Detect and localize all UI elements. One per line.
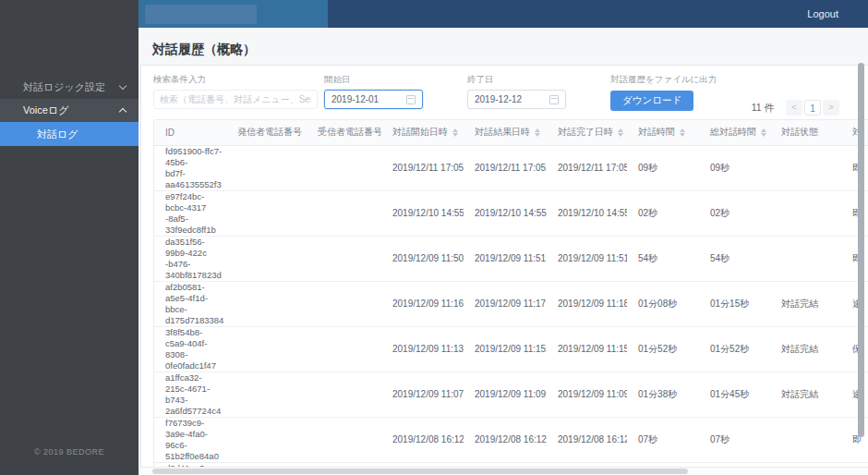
cell-complete: 2019/12/10 14:55:30	[547, 190, 627, 236]
column-header-6[interactable]: 対話時間	[627, 120, 699, 145]
table-row[interactable]: 3f8f54b8-c5a9-404f- 8308-0fe0fadc1f47201…	[154, 326, 868, 371]
chevron-up-icon	[119, 108, 127, 116]
end-date-group: 終了日 2019-12-12	[467, 74, 566, 109]
cell-start: 2019/12/09 11:07:48	[381, 371, 464, 417]
column-header-3[interactable]: 対話開始日時	[381, 120, 464, 145]
cell-total_duration: 01分52秒	[699, 326, 770, 371]
cell-result: 2019/12/09 11:09:26	[464, 371, 547, 417]
prev-page-button[interactable]: <	[786, 100, 802, 116]
cell-total_duration: 01分45秒	[699, 371, 770, 417]
column-header-4[interactable]: 対話結果日時	[464, 120, 547, 145]
start-date-group: 開始日 2019-12-01	[324, 74, 423, 109]
sort-icon[interactable]	[452, 128, 458, 137]
chevron-down-icon	[119, 82, 127, 90]
topbar-left-section	[139, 0, 328, 28]
table-row[interactable]: af2b0581-a5e5-4f1d- bbce-d175d7183384201…	[154, 281, 868, 326]
horizontal-scrollbar-thumb[interactable]	[152, 469, 688, 474]
cell-start: 2019/12/08 16:12:13	[381, 417, 464, 462]
table-row[interactable]: da351f56-99b9-422c -b476-340bf817823d201…	[154, 236, 868, 281]
cell-complete: 2019/12/09 11:18:02	[547, 281, 627, 326]
topbar-right-section: Logout	[328, 0, 868, 28]
topbar: Logout	[139, 0, 868, 28]
sort-icon[interactable]	[761, 128, 766, 137]
history-table: ID発信者電話番号受信者電話番号対話開始日時対話結果日時対話完了日時対話時間総対…	[154, 120, 868, 475]
start-date-label: 開始日	[324, 74, 423, 86]
cell-status	[770, 190, 841, 236]
sidebar-item-voice-log[interactable]: Voiceログ	[0, 99, 139, 122]
history-table-container: ID発信者電話番号受信者電話番号対話開始日時対話結果日時対話完了日時対話時間総対…	[153, 119, 868, 475]
column-header-8: 対話状態	[770, 120, 841, 145]
sidebar-item-dialog-logic-settings[interactable]: 対話ロジック設定	[0, 76, 139, 99]
column-label: 対話開始日時	[392, 126, 448, 139]
cell-caller	[226, 371, 307, 417]
search-input[interactable]	[153, 90, 318, 109]
cell-start: 2019/12/09 11:50:47	[381, 236, 464, 281]
end-date-input[interactable]: 2019-12-12	[467, 90, 566, 109]
export-group: 対話履歴をファイルに出力 ダウンロード	[610, 74, 717, 111]
cell-result: 2019/12/08 16:12:21	[464, 417, 547, 462]
cell-status	[770, 145, 841, 190]
cell-complete: 2019/12/09 11:15:41	[547, 326, 627, 371]
cell-id: e97f24bc-bcbc-4317 -8af5-33f9edc8ff1b	[154, 190, 226, 236]
current-page-button[interactable]: 1	[804, 100, 821, 116]
cell-status: 対話完結	[770, 371, 841, 417]
sidebar-item-dialog-log-active[interactable]: 対話ログ	[0, 122, 139, 146]
table-row[interactable]: f76739c9-3a9e-4fa0- 96c6-51b2ff0e84a0201…	[154, 417, 868, 462]
cell-caller	[226, 236, 307, 281]
column-label: 対話時間	[638, 126, 675, 139]
cell-result: 2019/12/09 11:51:41	[464, 236, 547, 281]
column-label: 対話状態	[781, 126, 818, 139]
cell-duration: 01分38秒	[627, 371, 699, 417]
column-label: 対話完了日時	[558, 126, 613, 139]
cell-receiver	[307, 236, 381, 281]
cell-start: 2019/12/09 11:16:46	[381, 281, 464, 326]
horizontal-scrollbar[interactable]	[140, 467, 868, 475]
cell-complete: 2019/12/09 11:09:33	[547, 371, 627, 417]
pagination: 11 件 < 1 >	[752, 100, 839, 116]
cell-id: da351f56-99b9-422c -b476-340bf817823d	[154, 236, 226, 281]
vertical-scrollbar[interactable]	[858, 57, 864, 473]
table-row[interactable]: a1ffca32-215c-4671- b743-2a6fd57724c4201…	[154, 371, 868, 417]
sidebar-subitem-label: 対話ログ	[37, 128, 78, 141]
cell-start: 2019/12/10 14:55:28	[381, 190, 464, 236]
export-label: 対話履歴をファイルに出力	[610, 74, 717, 86]
column-header-1[interactable]: 発信者電話番号	[226, 120, 307, 145]
column-header-2[interactable]: 受信者電話番号	[307, 120, 381, 145]
calendar-icon	[549, 95, 559, 104]
copyright-footer: © 2019 BEDORE	[0, 447, 139, 457]
menu-select[interactable]	[145, 5, 257, 24]
start-date-value: 2019-12-01	[332, 94, 406, 104]
logout-button[interactable]: Logout	[807, 8, 838, 19]
calendar-icon	[406, 95, 416, 104]
cell-receiver	[307, 326, 381, 371]
sort-icon[interactable]	[535, 128, 540, 137]
cell-total_duration: 01分15秒	[699, 281, 770, 326]
column-label: 総対話時間	[710, 126, 756, 139]
vertical-scrollbar-thumb[interactable]	[858, 63, 864, 437]
cell-duration: 01分52秒	[627, 326, 699, 371]
cell-duration: 07秒	[627, 417, 699, 462]
cell-total_duration: 54秒	[699, 236, 770, 281]
cell-caller	[226, 145, 307, 190]
cell-duration: 54秒	[627, 236, 699, 281]
cell-duration: 02秒	[627, 190, 699, 236]
cell-status	[770, 417, 841, 462]
sidebar: 対話ロジック設定 Voiceログ 対話ログ © 2019 BEDORE	[0, 0, 139, 475]
cell-caller	[226, 417, 307, 462]
cell-receiver	[307, 371, 381, 417]
column-label: 発信者電話番号	[237, 126, 302, 139]
column-header-7[interactable]: 総対話時間	[699, 120, 770, 145]
column-header-5[interactable]: 対話完了日時	[547, 120, 627, 145]
table-row[interactable]: e97f24bc-bcbc-4317 -8af5-33f9edc8ff1b201…	[154, 190, 868, 236]
download-button[interactable]: ダウンロード	[610, 91, 693, 111]
cell-receiver	[307, 145, 381, 190]
cell-complete: 2019/12/09 11:51:41	[547, 236, 627, 281]
table-row[interactable]: fd951900-ffc7-45b6- bd7f-aa46135552f3201…	[154, 145, 868, 190]
end-date-label: 終了日	[467, 74, 566, 86]
sort-icon[interactable]	[680, 128, 685, 137]
next-page-button[interactable]: >	[823, 100, 839, 116]
cell-total_duration: 02秒	[699, 190, 770, 236]
start-date-input[interactable]: 2019-12-01	[324, 90, 423, 109]
cell-result: 2019/12/09 11:17:55	[464, 281, 547, 326]
sort-icon[interactable]	[618, 128, 623, 137]
